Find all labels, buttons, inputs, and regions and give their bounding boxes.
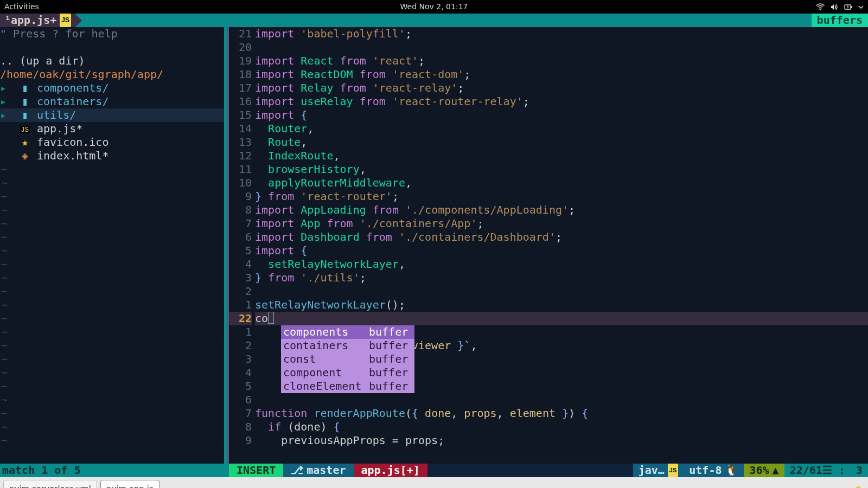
line-numbers: 2120191817161514131211109876543212212345… [229, 27, 255, 464]
code-line: import App from './containers/App'; [255, 217, 868, 230]
status-position: 22/61☰ : 3 [784, 464, 868, 477]
chevron-down-icon [858, 3, 864, 11]
code-line: function renderAppRoute({ done, props, e… [255, 407, 868, 420]
tree-dir[interactable]: ▸▮containers/ [0, 95, 227, 108]
tree-item-label: components/ [37, 81, 108, 95]
code-line: previousAppProps = props; [255, 434, 868, 447]
code-line [255, 285, 868, 298]
completion-item[interactable]: constbuffer [281, 352, 414, 366]
completion-word: const [283, 352, 365, 366]
completion-word: components [283, 325, 365, 339]
completion-popup[interactable]: componentsbuffercontainersbufferconstbuf… [281, 325, 414, 393]
status-match: match 1 of 5 [0, 464, 229, 477]
code-line: import React from 'react'; [255, 54, 868, 68]
code-line [255, 41, 868, 54]
status-filename: app.js[+] [354, 464, 427, 477]
text-cursor [268, 312, 274, 324]
tree-help: " Press ? for help [0, 27, 227, 41]
status-git: ⎇ master [283, 464, 353, 477]
file-tree[interactable]: " Press ? for help .. (up a dir) /home/o… [0, 27, 229, 464]
folder-icon: ▮ [13, 108, 37, 122]
volume-icon [830, 3, 839, 11]
code-line: Router, [255, 122, 868, 136]
completion-kind: buffer [369, 366, 412, 380]
completion-item[interactable]: componentsbuffer [281, 325, 414, 339]
code-line: co [255, 312, 868, 325]
tree-item-label: containers/ [37, 95, 108, 108]
code-line: import { [255, 244, 868, 258]
svg-point-0 [820, 9, 821, 10]
statusline: match 1 of 5 INSERT ⎇ master app.js[+] j… [0, 464, 868, 477]
window-tab[interactable]: nvim serverless.yml [3, 480, 97, 488]
code-line: applyRouterMiddleware, [255, 176, 868, 190]
code-line: setRelayNetworkLayer(); [255, 298, 868, 312]
folder-icon: ▮ [13, 81, 37, 95]
notification-dot-icon[interactable] [855, 486, 861, 489]
tree-item-label: app.js* [37, 122, 82, 136]
completion-word: containers [283, 339, 365, 352]
completion-kind: buffer [369, 325, 412, 339]
tree-dir[interactable]: ▸▮components/ [0, 81, 227, 95]
completion-kind: buffer [369, 380, 412, 393]
code-line: browserHistory, [255, 163, 868, 176]
tree-item-label: index.html* [37, 149, 108, 163]
buffers-button[interactable]: buffers [812, 14, 868, 27]
tree-file[interactable]: ◈index.html* [0, 149, 227, 163]
code-line: if (done) { [255, 420, 868, 434]
completion-item[interactable]: cloneElementbuffer [281, 380, 414, 393]
code-line: IndexRoute, [255, 149, 868, 163]
code-line: import { [255, 108, 868, 122]
completion-kind: buffer [369, 339, 412, 352]
tree-file[interactable]: JSapp.js* [0, 122, 227, 136]
battery-icon [844, 3, 853, 11]
diamond-icon: ◈ [13, 149, 37, 163]
window-tab[interactable]: nvim app.js [100, 480, 159, 488]
clock: Wed Nov 2, 01:17 [400, 0, 468, 14]
completion-item[interactable]: componentbuffer [281, 366, 414, 380]
js-icon: JS [668, 464, 678, 477]
tree-item-label: utils/ [37, 108, 76, 122]
window-list: nvim serverless.ymlnvim app.js [0, 477, 868, 488]
status-encoding: utf-8 🐧 [684, 464, 744, 477]
code-line: } from 'react-router'; [255, 190, 868, 203]
code-line: } from './utils'; [255, 271, 868, 285]
star-icon: ★ [13, 136, 37, 149]
completion-item[interactable]: containersbuffer [281, 339, 414, 352]
chevron-right-icon: ▸ [0, 95, 13, 108]
buffer-tabstrip: ¹app.js+ JS buffers [0, 14, 868, 27]
tree-file[interactable]: ★favicon.ico [0, 136, 227, 149]
chevron-right-icon: ▸ [0, 108, 13, 122]
tree-item-label: favicon.ico [37, 136, 108, 149]
status-mode: INSERT [229, 464, 283, 477]
code-line: import 'babel-polyfill'; [255, 27, 868, 41]
js-icon: JS [60, 14, 71, 27]
editor-window: ¹app.js+ JS buffers " Press ? for help .… [0, 14, 868, 477]
code-line: Route, [255, 136, 868, 149]
status-percent: 36% ▲ [744, 464, 784, 477]
code-pane[interactable]: 2120191817161514131211109876543212212345… [229, 27, 868, 464]
code-line: import useRelay from 'react-router-relay… [255, 95, 868, 108]
system-tray[interactable] [816, 3, 864, 11]
code-line: import Relay from 'react-relay'; [255, 81, 868, 95]
wifi-icon [816, 3, 825, 11]
tree-cwd: /home/oak/git/sgraph/app/ [0, 68, 227, 81]
activities-button[interactable]: Activities [4, 0, 39, 14]
up-icon: ▲ [773, 464, 779, 477]
folder-icon: ▮ [13, 95, 37, 108]
code-line [255, 393, 868, 407]
buffer-tab-appjs[interactable]: ¹app.js+ JS [0, 14, 75, 27]
gnome-topbar: Activities Wed Nov 2, 01:17 [0, 0, 868, 14]
completion-kind: buffer [369, 352, 412, 366]
completion-word: component [283, 366, 365, 380]
code-line: import Dashboard from './containers/Dash… [255, 230, 868, 244]
tree-updir[interactable]: .. (up a dir) [0, 54, 227, 68]
git-branch-icon: ⎇ [291, 464, 303, 477]
svg-rect-2 [851, 6, 852, 8]
tab-label: ¹app.js+ [4, 14, 56, 27]
code-line: import ReactDOM from 'react-dom'; [255, 68, 868, 81]
chevron-right-icon: ▸ [0, 81, 13, 95]
unix-icon: 🐧 [725, 464, 738, 477]
code-line: import AppLoading from './components/App… [255, 203, 868, 217]
tree-dir[interactable]: ▸▮utils/ [0, 108, 227, 122]
source-text[interactable]: import 'babel-polyfill'; import React fr… [255, 27, 868, 464]
